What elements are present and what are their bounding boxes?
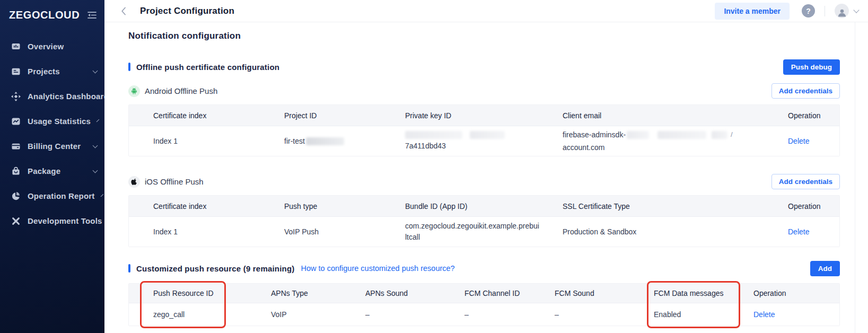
column-header: Private key ID	[405, 111, 563, 120]
delete-link[interactable]: Delete	[753, 309, 839, 320]
ios-offline-push-label: iOS Offline Push	[145, 177, 204, 186]
back-button[interactable]	[121, 7, 126, 15]
customized-push-table: Push Resource ID APNs Type APNs Sound FC…	[128, 283, 840, 326]
column-header: Bundle ID (App ID)	[405, 202, 563, 211]
sidebar-item-usage-statistics[interactable]: Usage Statistics	[0, 109, 104, 134]
android-offline-push-label: Android Offline Push	[145, 86, 217, 95]
help-icon[interactable]: ?	[802, 4, 815, 17]
table-row: Index 1 VoIP Push com.zegocloud.zegouiki…	[129, 217, 839, 247]
configure-help-link[interactable]: How to configure customized push resourc…	[301, 264, 455, 273]
column-header: FCM Sound	[555, 289, 654, 297]
column-header: FCM Data messages	[654, 289, 753, 297]
sidebar-item-label: Package	[28, 167, 60, 176]
section-accent-bar	[128, 264, 130, 273]
table-row: zego_call VoIP – – – Enabled Delete	[129, 303, 839, 326]
column-header: Certificate index	[153, 111, 284, 120]
column-header: Client email	[563, 111, 788, 120]
main-area: Project Configuration Invite a member ? …	[104, 0, 868, 333]
sidebar-item-projects[interactable]: Projects	[0, 59, 104, 84]
android-credentials-table: Certificate index Project ID Private key…	[128, 104, 840, 156]
add-button[interactable]: Add	[810, 261, 840, 276]
fcm-data-messages-cell: Enabled	[654, 309, 753, 320]
push-type-cell: VoIP Push	[284, 226, 405, 238]
certificate-index-cell: Index 1	[153, 226, 284, 238]
apns-type-cell: VoIP	[271, 309, 365, 320]
project-id-cell: fir-test	[284, 136, 405, 147]
page-title: Project Configuration	[140, 6, 234, 16]
sidebar-item-label: Development Tools	[28, 216, 102, 225]
redacted-blur	[657, 131, 706, 139]
column-header: Operation	[788, 202, 839, 211]
sidebar-menu: Overview Projects Analytics Dashboard	[0, 30, 104, 233]
delete-link[interactable]: Delete	[788, 136, 839, 147]
billing-icon	[11, 142, 21, 151]
projects-icon	[11, 67, 21, 76]
user-avatar[interactable]	[835, 4, 849, 18]
sidebar-item-operation-report[interactable]: Operation Report	[0, 183, 104, 208]
sidebar-item-label: Projects	[28, 67, 60, 76]
ios-table-header: Certificate index Push type Bundle ID (A…	[129, 196, 839, 217]
column-header: Operation	[753, 289, 839, 297]
sidebar-item-label: Analytics Dashboard	[28, 92, 109, 101]
chevron-down-icon	[97, 119, 100, 122]
analytics-icon	[11, 92, 21, 101]
section-accent-bar	[128, 63, 130, 71]
offline-push-section-header: Offline push certificate configuration P…	[128, 59, 840, 74]
redacted-blur	[712, 131, 727, 139]
sidebar: ZEGOCLOUD Overview Projects	[0, 0, 104, 333]
usage-statistics-icon	[11, 117, 21, 126]
customized-table-wrap: Push Resource ID APNs Type APNs Sound FC…	[128, 283, 840, 326]
apple-icon	[128, 176, 140, 188]
section-heading: Notification configuration	[128, 31, 840, 41]
ios-credentials-table: Certificate index Push type Bundle ID (A…	[128, 195, 840, 247]
zegocloud-logo: ZEGOCLOUD	[9, 9, 80, 21]
column-header: Push Resource ID	[153, 289, 271, 297]
project-id-text: fir-test	[284, 136, 305, 147]
sidebar-item-package[interactable]: Package	[0, 159, 104, 183]
ios-table-wrap: Certificate index Push type Bundle ID (A…	[128, 195, 840, 247]
app-window: ZEGOCLOUD Overview Projects	[0, 0, 868, 333]
invite-member-button[interactable]: Invite a member	[715, 3, 790, 20]
apns-sound-cell: –	[365, 309, 464, 320]
ios-platform-row: iOS Offline Push Add credentials	[128, 174, 840, 189]
sidebar-item-overview[interactable]: Overview	[0, 34, 104, 59]
chevron-down-icon	[93, 143, 98, 148]
delete-link[interactable]: Delete	[788, 226, 839, 238]
client-email-cell: firebase-adminsdk- / account.com	[563, 129, 788, 153]
fcm-sound-cell: –	[555, 309, 654, 320]
redacted-blur	[470, 131, 505, 139]
sidebar-item-analytics-dashboard[interactable]: Analytics Dashboard	[0, 84, 104, 109]
column-header: APNs Type	[271, 289, 365, 297]
redacted-blur	[627, 131, 649, 139]
fcm-channel-id-cell: –	[464, 309, 555, 320]
column-header: Operation	[788, 111, 839, 120]
sidebar-item-label: Operation Report	[28, 191, 95, 200]
page-content: Notification configuration Offline push …	[104, 22, 868, 326]
android-table-wrap: Certificate index Project ID Private key…	[128, 104, 840, 156]
android-icon	[128, 85, 140, 97]
customized-push-section-title: Customized push resource (9 remaining)	[136, 264, 295, 273]
ios-add-credentials-button[interactable]: Add credentials	[771, 174, 840, 189]
scroll-gutter-line	[855, 22, 855, 333]
android-table-header: Certificate index Project ID Private key…	[129, 105, 839, 126]
topbar-divider	[825, 6, 825, 16]
redacted-blur	[405, 131, 462, 139]
account-chevron-down-icon[interactable]	[853, 7, 859, 13]
push-resource-id-cell: zego_call	[153, 309, 271, 320]
private-key-id-cell: 7a411dbd43	[405, 131, 563, 152]
android-add-credentials-button[interactable]: Add credentials	[771, 83, 840, 99]
private-key-id-text: 7a411dbd43	[405, 141, 553, 152]
push-debug-button[interactable]: Push debug	[783, 59, 840, 75]
topbar-right: Invite a member ?	[715, 3, 861, 20]
sidebar-collapse-icon[interactable]	[87, 11, 97, 19]
client-email-text: firebase-adminsdk-	[563, 129, 626, 141]
table-row: Index 1 fir-test 7a411dbd43	[129, 126, 839, 156]
chevron-down-icon	[93, 68, 98, 73]
column-header: Certificate index	[153, 202, 284, 211]
sidebar-item-billing-center[interactable]: Billing Center	[0, 134, 104, 159]
sidebar-item-development-tools[interactable]: Development Tools	[0, 208, 104, 233]
sidebar-item-label: Usage Statistics	[28, 117, 91, 126]
sidebar-item-label: Billing Center	[28, 142, 81, 151]
ssl-certificate-type-cell: Production & Sandbox	[563, 226, 788, 238]
chevron-down-icon	[100, 194, 103, 197]
